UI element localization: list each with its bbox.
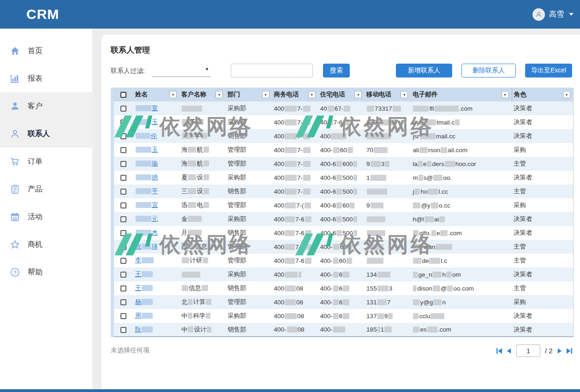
- cell-role: 采购: [512, 198, 573, 212]
- sidebar-item-customers[interactable]: 客户: [0, 92, 92, 120]
- row-checkbox[interactable]: [120, 313, 126, 319]
- cell-home-phone: 4067-: [318, 101, 365, 115]
- row-checkbox[interactable]: [120, 189, 126, 195]
- select-caret-icon: ▼: [205, 67, 209, 71]
- contact-name-link[interactable]: 玉: [135, 119, 158, 125]
- filter-dropdown-icon[interactable]: ▼: [563, 91, 570, 98]
- sidebar-item-activities[interactable]: 活动: [0, 203, 92, 231]
- cell-biz-phone: 400-08: [272, 323, 318, 337]
- avatar[interactable]: [532, 8, 545, 21]
- select-all-checkbox[interactable]: [120, 92, 126, 98]
- row-checkbox[interactable]: [120, 244, 126, 250]
- filter-dropdown-icon[interactable]: ▼: [262, 91, 269, 98]
- sidebar-item-home[interactable]: 首页: [0, 37, 92, 65]
- col-email: 电子邮件: [413, 90, 437, 99]
- sidebar-item-reports[interactable]: 报表: [0, 65, 92, 92]
- row-checkbox[interactable]: [120, 230, 126, 236]
- contact-name-link[interactable]: 阮: [135, 326, 154, 333]
- cell-biz-phone: 40008: [272, 281, 318, 295]
- cell-biz-phone: 4007-: [272, 184, 318, 198]
- export-excel-button[interactable]: 导出至Excel: [525, 64, 572, 77]
- cell-biz-phone: 4007-: [272, 143, 318, 157]
- contact-name-link[interactable]: 王: [135, 285, 154, 291]
- user-menu[interactable]: 高雪: [532, 8, 574, 21]
- cell-mobile-phone: [365, 254, 411, 267]
- row-checkbox[interactable]: [120, 161, 126, 167]
- table-row: 平三设销售部4007-400-6500jhol.cc主管: [113, 184, 574, 198]
- user-icon: [535, 11, 543, 18]
- sidebar-item-orders[interactable]: 订单: [0, 148, 92, 175]
- first-page-icon[interactable]: [496, 348, 502, 354]
- filter-dropdown-icon[interactable]: ▼: [502, 91, 509, 98]
- row-checkbox[interactable]: [120, 272, 126, 278]
- row-checkbox[interactable]: [120, 327, 126, 333]
- filter-dropdown-icon[interactable]: ▼: [169, 91, 177, 98]
- sidebar-item-products[interactable]: 产品: [0, 175, 92, 203]
- cell-home-phone: 400-6600: [318, 157, 365, 171]
- svg-text:?: ?: [13, 269, 17, 275]
- cell-role: 决策者: [512, 323, 573, 337]
- row-checkbox[interactable]: [120, 106, 126, 112]
- filter-dropdown-icon[interactable]: ▼: [215, 91, 223, 98]
- contact-name-link[interactable]: 平: [135, 188, 158, 195]
- contact-name-link[interactable]: 玉: [135, 146, 158, 153]
- cell-email: wan: [411, 240, 512, 254]
- cell-customer: 信息: [179, 281, 226, 295]
- search-button[interactable]: 搜索: [323, 64, 350, 77]
- delete-contact-button[interactable]: 删除联系人: [461, 64, 516, 77]
- cell-dept: 管理部: [226, 254, 272, 267]
- row-checkbox[interactable]: [120, 216, 126, 222]
- cell-mobile-phone: 130: [365, 115, 411, 129]
- cell-dept: 采购部: [226, 115, 272, 129]
- contact-name-link[interactable]: 王: [135, 271, 154, 278]
- sidebar-item-help[interactable]: ? 帮助: [0, 258, 92, 286]
- cell-dept: 采购部: [226, 101, 272, 115]
- page-input[interactable]: [516, 344, 540, 357]
- add-contact-button[interactable]: 新增联系人: [396, 64, 452, 77]
- row-checkbox[interactable]: [120, 202, 126, 208]
- page-title: 联系人管理: [111, 45, 150, 55]
- contact-name-link[interactable]: 宣: [135, 105, 158, 112]
- contact-name-link[interactable]: 杨: [135, 298, 154, 305]
- col-role: 角色: [514, 90, 526, 99]
- sidebar-item-contacts[interactable]: 联系人: [0, 120, 92, 148]
- contact-name-link[interactable]: 周: [135, 312, 154, 319]
- contact-name-link[interactable]: 瑜: [135, 160, 158, 167]
- cell-mobile-phone: 1379: [365, 309, 411, 323]
- row-checkbox[interactable]: [120, 258, 126, 264]
- contact-name-link[interactable]: 宜: [135, 202, 158, 208]
- last-page-icon[interactable]: [566, 348, 573, 354]
- contact-name-link[interactable]: 杰: [135, 229, 158, 236]
- row-checkbox[interactable]: [120, 147, 126, 153]
- next-page-icon[interactable]: [557, 348, 563, 354]
- sidebar-item-opportunities[interactable]: 商机: [0, 231, 92, 258]
- cell-home-phone: 400-6: [318, 267, 365, 281]
- contact-name-link[interactable]: 李: [135, 257, 155, 264]
- filter-dropdown-icon[interactable]: ▼: [401, 91, 408, 98]
- cell-dept: 销售部: [226, 281, 272, 295]
- cell-mobile-phone: 9: [365, 198, 411, 212]
- prev-page-icon[interactable]: [506, 348, 512, 354]
- table-row: 阮中设计销售部400-08400-1851es.com决策者: [113, 323, 574, 337]
- contact-name-link[interactable]: 张瑾: [135, 243, 158, 250]
- row-checkbox[interactable]: [120, 299, 126, 305]
- contact-name-link[interactable]: 德: [135, 174, 158, 181]
- table-row: 张瑾西信息管理部4007-6400-60wan主管: [113, 240, 574, 254]
- filter-dropdown-icon[interactable]: ▼: [354, 91, 362, 98]
- contact-filter-select[interactable]: ▼: [152, 64, 211, 77]
- cell-biz-phone: 4007-: [272, 157, 318, 171]
- contact-name-link[interactable]: 伦: [135, 132, 157, 139]
- row-checkbox[interactable]: [120, 133, 126, 139]
- row-checkbox[interactable]: [120, 175, 126, 181]
- cell-home-phone: 400-6500: [318, 171, 365, 184]
- table-row: 杰月销售部4007-6400-6500olfo.e.com决策者: [113, 226, 574, 240]
- filter-dropdown-icon[interactable]: ▼: [308, 91, 316, 98]
- search-input[interactable]: [231, 64, 313, 77]
- cell-mobile-phone: 1851: [365, 323, 411, 337]
- row-checkbox[interactable]: [120, 285, 126, 291]
- row-checkbox[interactable]: [120, 119, 126, 125]
- cell-mobile-phone: 73317: [365, 101, 411, 115]
- bottom-accent-bar: [0, 389, 580, 392]
- table-row: 玉子采购部4007-407-6130trystmail.c决策者: [113, 115, 574, 129]
- contact-name-link[interactable]: 元: [135, 215, 158, 222]
